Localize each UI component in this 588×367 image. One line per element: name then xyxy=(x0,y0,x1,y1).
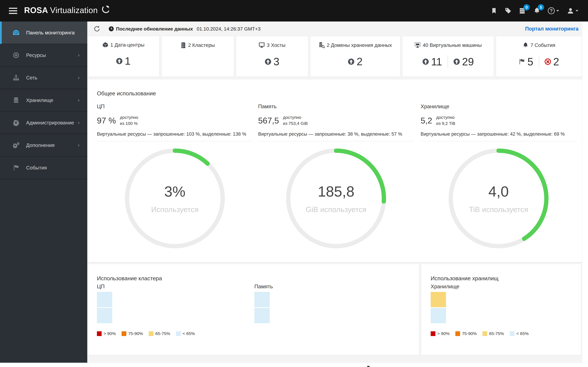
bell-icon xyxy=(523,42,528,48)
arrow-up-circle-icon xyxy=(265,58,271,65)
database-icon xyxy=(12,97,20,103)
legend-label: 65-75% xyxy=(155,331,170,336)
heatmap-cell[interactable] xyxy=(254,308,270,323)
available-of: из 9,2 TiB xyxy=(436,120,455,126)
heatmap-cell[interactable] xyxy=(431,292,446,307)
available-label: доступно xyxy=(436,114,455,120)
available-label: доступно xyxy=(283,114,308,120)
cpu-donut-gauge[interactable]: 3% Используется xyxy=(125,148,225,249)
available-value: 567,5 xyxy=(258,116,279,125)
error-circle-icon xyxy=(545,58,551,65)
notifications-badge: 5 xyxy=(538,4,544,10)
card-events[interactable]: 7 События 5 2 xyxy=(496,36,582,77)
sidebar-item-label: Администрирование xyxy=(26,120,74,125)
legend-swatch xyxy=(483,331,487,336)
sidebar-item-compute[interactable]: Ресурсы › xyxy=(0,44,87,67)
sidebar-nav: Панель мониторинга Ресурсы › Сеть › Хран… xyxy=(0,22,87,363)
available-label: доступно xyxy=(120,114,138,120)
card-title: 1 Дата-центры xyxy=(110,42,144,48)
storage-donut-gauge[interactable]: 4,0 TiB используется xyxy=(448,148,549,249)
page-bottom-strip xyxy=(0,363,588,367)
virtual-resources-line: Виртуальные ресурсы — запрошенные: 103 %… xyxy=(97,131,253,137)
sidebar-item-addons[interactable]: Дополнения › xyxy=(0,134,87,157)
data-center-icon xyxy=(102,42,109,48)
heatmap-group-label: Память xyxy=(254,284,273,290)
column-label: Хранилище xyxy=(421,103,577,109)
donut-caption: Используется xyxy=(151,205,199,214)
card-title: Использование хранилищ xyxy=(431,275,498,282)
tags-button[interactable] xyxy=(505,7,512,14)
sidebar-item-label: Дополнения xyxy=(26,142,55,148)
card-title: 40 Виртуальные машины xyxy=(423,42,482,48)
card-title: Использование кластера xyxy=(97,275,162,282)
heatmap-group-label: ЦП xyxy=(97,284,105,290)
available-of: из 753,4 GiB xyxy=(283,120,308,126)
heatmap-cell[interactable] xyxy=(254,292,270,307)
legend-swatch xyxy=(455,331,460,336)
arrow-up-circle-icon xyxy=(348,58,355,65)
bookmarks-button[interactable] xyxy=(491,8,497,14)
legend-label: > 90% xyxy=(104,331,116,336)
brand-rest: Virtualization xyxy=(50,5,98,15)
heatmap-cell[interactable] xyxy=(431,308,446,323)
global-utilization-panel: Общее использование ЦП 97 % доступно из … xyxy=(87,79,582,262)
sidebar-item-label: Панель мониторинга xyxy=(26,30,75,35)
card-storage-domains[interactable]: 2 Домены хранения данных 2 xyxy=(310,36,400,77)
count-value: 2 xyxy=(553,56,559,68)
chevron-right-icon: › xyxy=(78,75,80,81)
monitoring-portal-link[interactable]: Портал мониторинга xyxy=(525,26,579,32)
card-hosts[interactable]: 3 Хосты 3 xyxy=(236,36,308,77)
card-virtual-machines[interactable]: 40 Виртуальные машины 11 29 xyxy=(402,36,494,77)
memory-donut-gauge[interactable]: 185,8 GiB используется xyxy=(286,148,386,249)
count-value: 11 xyxy=(431,56,442,68)
heatmap-cell[interactable] xyxy=(97,292,112,307)
sidebar-item-label: Ресурсы xyxy=(26,52,46,58)
gear-icon xyxy=(12,119,20,126)
chevron-right-icon: › xyxy=(78,52,80,58)
virtual-resources-line: Виртуальные ресурсы — запрошенные: 42 %,… xyxy=(421,131,577,137)
panel-title: Общее использование xyxy=(97,90,156,97)
virtual-machine-icon xyxy=(415,42,421,48)
storage-utilization-card: Использование хранилищ Хранилище > 90% 7… xyxy=(421,264,581,355)
utilization-legend: > 90% 75-90% 65-75% < 65% xyxy=(431,331,529,336)
flag-icon xyxy=(519,58,525,65)
donut-caption: TiB используется xyxy=(469,205,528,214)
refresh-icon[interactable] xyxy=(94,25,100,32)
sidebar-item-network[interactable]: Сеть › xyxy=(0,67,87,89)
scrollbar-marker xyxy=(367,366,370,367)
chevron-right-icon: › xyxy=(78,142,80,148)
cpu-utilization-column: ЦП 97 % доступно из 100 % Виртуальные ре… xyxy=(97,103,253,249)
legend-swatch xyxy=(176,331,181,336)
donut-value: 4,0 xyxy=(488,183,509,200)
count-value: 5 xyxy=(527,56,533,68)
clock-icon xyxy=(109,26,114,32)
legend-label: < 65% xyxy=(516,331,529,336)
memory-utilization-column: Память 567,5 доступно из 753,4 GiB Вирту… xyxy=(258,103,414,249)
sidebar-item-label: Хранилище xyxy=(26,97,53,103)
legend-label: 75-90% xyxy=(128,331,143,336)
sidebar-item-events[interactable]: События xyxy=(0,157,87,179)
count-divider xyxy=(448,56,448,68)
storage-domain-icon xyxy=(319,42,325,48)
sidebar-item-storage[interactable]: Хранилище › xyxy=(0,89,87,112)
menu-toggle-icon[interactable] xyxy=(9,6,17,16)
card-data-centers[interactable]: 1 Дата-центры 1 xyxy=(87,36,159,77)
legend-swatch xyxy=(121,331,126,336)
last-update-value: 01.10.2024, 14:26:37 GMT+3 xyxy=(197,26,260,32)
legend-swatch xyxy=(97,331,102,336)
flag-icon xyxy=(12,164,20,171)
legend-swatch xyxy=(431,331,435,336)
sidebar-item-administration[interactable]: Администрирование › xyxy=(0,112,87,134)
tasks-button[interactable]: 0 xyxy=(519,7,526,14)
card-clusters[interactable]: 2 Кластеры xyxy=(162,36,234,77)
notifications-button[interactable]: 5 xyxy=(533,7,540,14)
brand-logo-icon xyxy=(101,5,109,16)
cpu-icon xyxy=(12,52,20,59)
legend-swatch xyxy=(510,331,515,336)
heatmap-cell[interactable] xyxy=(97,308,112,323)
user-menu-button[interactable] xyxy=(567,7,579,14)
dashboard-content: Последнее обновление данных 01.10.2024, … xyxy=(87,22,582,363)
help-menu-button[interactable]: ? xyxy=(548,7,560,14)
count-value: 3 xyxy=(274,56,279,68)
sidebar-item-dashboard[interactable]: Панель мониторинга xyxy=(0,22,87,44)
